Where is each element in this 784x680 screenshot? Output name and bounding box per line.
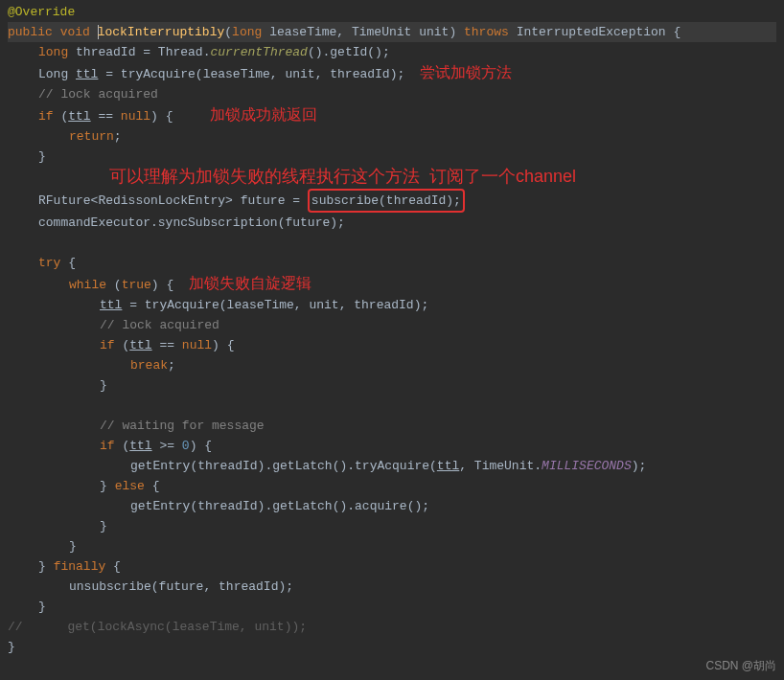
annotation-comment: 尝试加锁方法 [420, 64, 512, 80]
code-line: Long ttl = tryAcquire(leaseTime, unit, t… [8, 62, 776, 84]
code-line: } [8, 516, 776, 536]
code-line: // get(lockAsync(leaseTime, unit)); [8, 617, 776, 637]
code-line: long threadId = Thread.currentThread().g… [8, 42, 776, 62]
code-line: while (true) { 加锁失败自旋逻辑 [8, 273, 776, 295]
watermark-text: CSDN @胡尚 [705, 656, 776, 676]
code-line: } else { [8, 476, 776, 496]
code-line: // lock acquired [8, 315, 776, 335]
annotation-comment: 可以理解为加锁失败的线程执行这个方法 订阅了一个channel [109, 167, 576, 186]
code-line: getEntry(threadId).getLatch().acquire(); [8, 496, 776, 516]
code-line: public void lockInterruptibly(long lease… [8, 22, 776, 42]
annotation-token: @Override [8, 5, 75, 19]
blank-line [8, 233, 776, 253]
code-line: 可以理解为加锁失败的线程执行这个方法 订阅了一个channel [8, 167, 776, 189]
code-line: } [8, 536, 776, 556]
code-line: unsubscribe(future, threadId); [8, 577, 776, 597]
code-line: try { [8, 253, 776, 273]
blank-line [8, 396, 776, 416]
code-line: @Override [8, 2, 776, 22]
code-line: break; [8, 355, 776, 375]
code-line: ttl = tryAcquire(leaseTime, unit, thread… [8, 295, 776, 315]
code-line: // lock acquired [8, 84, 776, 104]
code-line: return; [8, 126, 776, 147]
code-line: } finally { [8, 556, 776, 577]
code-line: } [8, 637, 776, 657]
code-line: if (ttl == null) { [8, 335, 776, 355]
code-line: getEntry(threadId).getLatch().tryAcquire… [8, 456, 776, 476]
annotation-comment: 加锁成功就返回 [210, 106, 317, 123]
annotation-comment: 加锁失败自旋逻辑 [189, 275, 311, 291]
code-line: } [8, 597, 776, 617]
highlight-box: subscribe(threadId); [308, 189, 465, 213]
code-line: } [8, 375, 776, 396]
code-line: RFuture<RedissonLockEntry> future = subs… [8, 189, 776, 213]
code-line: if (ttl == null) { 加锁成功就返回 [8, 104, 776, 126]
code-line: commandExecutor.syncSubscription(future)… [8, 213, 776, 233]
code-line: // waiting for message [8, 416, 776, 436]
code-line: if (ttl >= 0) { [8, 436, 776, 456]
code-editor[interactable]: @Override public void lockInterruptibly(… [0, 0, 784, 659]
code-line: } [8, 147, 776, 167]
